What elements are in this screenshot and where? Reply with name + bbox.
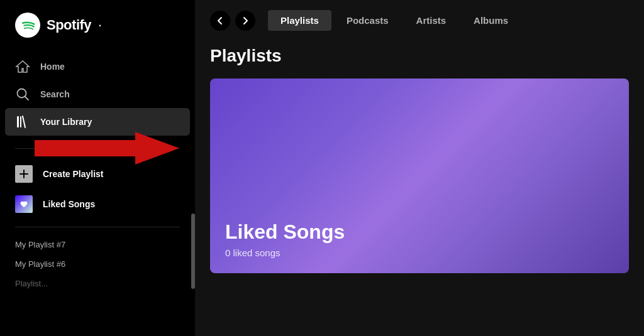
liked-songs-item[interactable]: Liked Songs [0, 189, 195, 219]
liked-songs-info: Liked Songs 0 liked songs [210, 205, 360, 273]
playlist-list: My Playlist #7 My Playlist #6 Playlist..… [0, 232, 195, 296]
spotify-wordmark: Spotify [47, 17, 91, 33]
back-button[interactable] [210, 11, 230, 31]
forward-button[interactable] [235, 11, 255, 31]
sidebar-item-home[interactable]: Home [0, 53, 195, 80]
create-playlist-icon-box [15, 165, 33, 183]
search-icon [15, 87, 30, 102]
playlist-item-x[interactable]: Playlist... [0, 274, 195, 293]
liked-songs-card-count: 0 liked songs [225, 247, 345, 258]
create-playlist-item[interactable]: Create Playlist [0, 159, 195, 189]
svg-line-2 [25, 97, 29, 100]
sidebar-actions: Create Playlist Liked Songs [0, 156, 195, 222]
main-content: Playlists Podcasts Artists Albums Playli… [195, 0, 644, 336]
sidebar-item-search[interactable]: Search [0, 80, 195, 108]
playlist-item-6[interactable]: My Playlist #6 [0, 254, 195, 274]
svg-rect-3 [17, 116, 19, 127]
page-title: Playlists [195, 41, 644, 79]
svg-line-5 [23, 116, 25, 127]
svg-rect-4 [20, 116, 21, 127]
liked-songs-icon-box [15, 195, 33, 213]
top-bar: Playlists Podcasts Artists Albums [195, 0, 644, 41]
sidebar-item-library-label: Your Library [40, 117, 92, 127]
playlist-item-7[interactable]: My Playlist #7 [0, 235, 195, 254]
sidebar-divider-2 [15, 227, 180, 227]
sidebar-item-search-label: Search [40, 89, 70, 99]
sidebar: Spotify· Home Search [0, 0, 195, 336]
nav-arrows [210, 11, 255, 31]
home-icon [15, 59, 30, 74]
sidebar-logo: Spotify· [0, 0, 195, 48]
liked-songs-card-title: Liked Songs [225, 220, 345, 244]
tab-artists[interactable]: Artists [404, 10, 459, 31]
liked-songs-card[interactable]: Liked Songs 0 liked songs [210, 79, 629, 273]
sidebar-item-library[interactable]: Your Library [5, 108, 190, 136]
liked-songs-label: Liked Songs [43, 199, 95, 209]
tab-playlists[interactable]: Playlists [268, 10, 331, 31]
library-icon [15, 114, 30, 129]
create-playlist-label: Create Playlist [43, 169, 104, 179]
spotify-logo-icon [15, 13, 40, 38]
sidebar-divider-1 [15, 148, 180, 149]
tab-albums[interactable]: Albums [461, 10, 521, 31]
tab-group: Playlists Podcasts Artists Albums [268, 10, 521, 31]
sidebar-item-home-label: Home [40, 62, 65, 72]
sidebar-nav: Home Search Your Library [0, 48, 195, 141]
tab-podcasts[interactable]: Podcasts [334, 10, 401, 31]
